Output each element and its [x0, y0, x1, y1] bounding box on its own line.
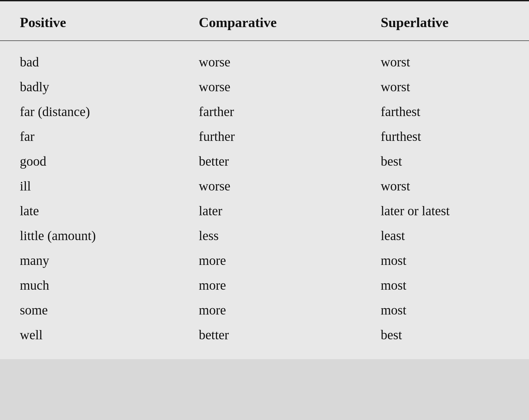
cell-positive-5: ill [0, 174, 179, 198]
table-row: illworseworst [0, 174, 529, 198]
table-row: badlyworseworst [0, 74, 529, 99]
cell-positive-6: late [0, 198, 179, 223]
cell-positive-11: well [0, 322, 179, 359]
cell-positive-2: far (distance) [0, 99, 179, 124]
cell-comparative-8: more [179, 248, 361, 273]
cell-superlative-6: later or latest [361, 198, 529, 223]
cell-superlative-10: most [361, 298, 529, 322]
table-row: goodbetterbest [0, 149, 529, 174]
cell-comparative-10: more [179, 298, 361, 322]
cell-positive-0: bad [0, 41, 179, 74]
cell-comparative-7: less [179, 223, 361, 248]
table-row: farfurtherfurthest [0, 124, 529, 149]
header-comparative: Comparative [179, 1, 361, 41]
cell-comparative-6: later [179, 198, 361, 223]
table-row: wellbetterbest [0, 322, 529, 359]
cell-superlative-4: best [361, 149, 529, 174]
cell-comparative-5: worse [179, 174, 361, 198]
cell-comparative-0: worse [179, 41, 361, 74]
cell-comparative-2: farther [179, 99, 361, 124]
cell-positive-10: some [0, 298, 179, 322]
table-row: little (amount)lessleast [0, 223, 529, 248]
table-row: far (distance)fartherfarthest [0, 99, 529, 124]
cell-positive-8: many [0, 248, 179, 273]
cell-superlative-3: furthest [361, 124, 529, 149]
table-row: somemoremost [0, 298, 529, 322]
cell-superlative-1: worst [361, 74, 529, 99]
table-row: badworseworst [0, 41, 529, 74]
header-positive: Positive [0, 1, 179, 41]
cell-positive-3: far [0, 124, 179, 149]
cell-positive-9: much [0, 273, 179, 298]
cell-comparative-9: more [179, 273, 361, 298]
cell-superlative-8: most [361, 248, 529, 273]
cell-superlative-0: worst [361, 41, 529, 74]
cell-positive-4: good [0, 149, 179, 174]
cell-comparative-3: further [179, 124, 361, 149]
cell-positive-7: little (amount) [0, 223, 179, 248]
main-container: Positive Comparative Superlative badwors… [0, 0, 529, 359]
cell-superlative-11: best [361, 322, 529, 359]
cell-positive-1: badly [0, 74, 179, 99]
table-row: muchmoremost [0, 273, 529, 298]
header-row: Positive Comparative Superlative [0, 1, 529, 41]
table-row: latelaterlater or latest [0, 198, 529, 223]
cell-superlative-5: worst [361, 174, 529, 198]
adjective-comparison-table: Positive Comparative Superlative badwors… [0, 1, 529, 359]
cell-comparative-1: worse [179, 74, 361, 99]
header-superlative: Superlative [361, 1, 529, 41]
table-row: manymoremost [0, 248, 529, 273]
cell-comparative-4: better [179, 149, 361, 174]
cell-superlative-7: least [361, 223, 529, 248]
cell-superlative-9: most [361, 273, 529, 298]
cell-superlative-2: farthest [361, 99, 529, 124]
cell-comparative-11: better [179, 322, 361, 359]
